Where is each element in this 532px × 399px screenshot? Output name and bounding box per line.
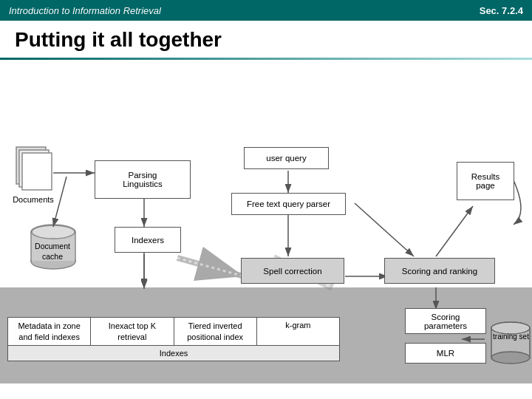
- training-set-label: training set: [491, 332, 531, 341]
- header: Introduction to Information Retrieval Se…: [0, 0, 532, 21]
- spell-correction-box: Spell correction: [241, 258, 344, 284]
- svg-line-19: [436, 206, 473, 256]
- svg-point-30: [491, 352, 530, 364]
- svg-point-12: [32, 225, 75, 239]
- documents-label: Documents: [7, 195, 59, 204]
- svg-rect-4: [22, 153, 52, 190]
- user-query-box: user query: [244, 147, 329, 169]
- divider: [0, 58, 532, 60]
- document-cache-label: Document cache: [26, 242, 79, 262]
- parsing-linguistics-box: Parsing Linguistics: [95, 160, 191, 199]
- index-table-header-row: Metadata in zone and field indexes Inexa…: [8, 318, 339, 346]
- results-page-box: Results page: [457, 162, 514, 200]
- svg-line-14: [177, 258, 244, 276]
- tiered-cell: Tiered inverted positional index: [174, 318, 257, 345]
- mlr-box: MLR: [405, 343, 486, 364]
- header-title: Introduction to Information Retrieval: [9, 5, 161, 16]
- scoring-and-ranking-box: Scoring and ranking: [384, 258, 495, 284]
- inexact-cell: Inexact top K retrieval: [91, 318, 174, 345]
- header-section: Sec. 7.2.4: [480, 5, 523, 16]
- index-table: Metadata in zone and field indexes Inexa…: [7, 317, 340, 361]
- scoring-params-box: Scoring parameters: [405, 308, 486, 334]
- indexes-label: Indexes: [8, 346, 339, 361]
- training-set-shape: training set: [491, 321, 531, 365]
- svg-line-15: [177, 258, 244, 276]
- metadata-cell: Metadata in zone and field indexes: [8, 318, 91, 345]
- free-text-query-parser-box: Free text query parser: [231, 193, 346, 215]
- page-title: Putting it all together: [0, 21, 532, 58]
- svg-rect-3: [19, 150, 49, 187]
- diagram: Documents Parsing Linguistics user query…: [0, 66, 532, 383]
- svg-point-8: [31, 225, 75, 239]
- index-table-footer-row: Indexes: [8, 346, 339, 361]
- indexers-box: Indexers: [115, 227, 181, 253]
- kgram-cell: k-gram: [257, 318, 339, 345]
- svg-rect-2: [16, 147, 46, 184]
- svg-line-18: [355, 203, 414, 256]
